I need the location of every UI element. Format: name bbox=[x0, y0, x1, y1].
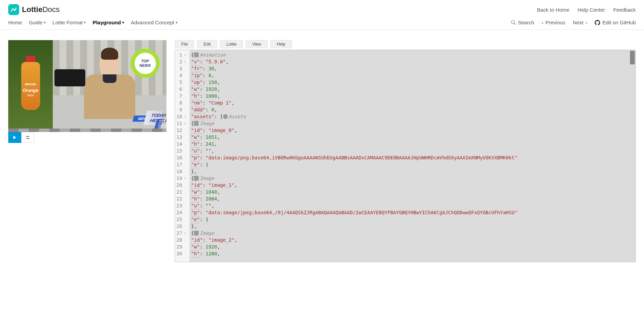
line-number: 26 bbox=[176, 223, 186, 230]
menu-file[interactable]: File bbox=[175, 40, 194, 48]
nav-item-label: Advanced Concept bbox=[131, 20, 174, 25]
line-number: 29 bbox=[176, 243, 186, 250]
nav-advanced-concept[interactable]: Advanced Concept▾ bbox=[131, 20, 177, 25]
fold-icon[interactable]: v bbox=[183, 120, 186, 127]
line-number: 17 bbox=[176, 161, 186, 168]
back-to-home-link[interactable]: Back to Home bbox=[537, 7, 569, 13]
chevron-right-icon: › bbox=[585, 20, 587, 25]
menu-view[interactable]: View bbox=[246, 40, 268, 48]
line-number: 8 bbox=[176, 99, 186, 106]
play-icon bbox=[13, 135, 17, 140]
line-number: 15 bbox=[176, 147, 186, 154]
code-editor[interactable]: 1v2v345678910v11v1213141516171819v202122… bbox=[175, 50, 636, 262]
nav-home[interactable]: Home bbox=[8, 20, 22, 25]
scrollbar-vertical[interactable] bbox=[630, 51, 635, 64]
previous-button[interactable]: ‹ Previous bbox=[542, 20, 565, 25]
svg-point-0 bbox=[511, 21, 515, 24]
caret-down-icon: ▾ bbox=[44, 21, 46, 24]
fold-icon[interactable]: v bbox=[183, 230, 186, 237]
line-number: 14 bbox=[176, 141, 186, 147]
nav-playground[interactable]: Playground▾ bbox=[92, 20, 124, 25]
fold-icon[interactable]: v bbox=[183, 51, 186, 58]
feedback-link[interactable]: Feedback bbox=[613, 7, 636, 13]
svg-point-3 bbox=[27, 136, 28, 137]
fold-icon[interactable]: v bbox=[183, 175, 186, 182]
line-number: 24 bbox=[176, 209, 186, 216]
line-number: 11v bbox=[176, 120, 186, 127]
search-label: Search bbox=[518, 20, 534, 25]
search-icon bbox=[511, 20, 516, 25]
search-button[interactable]: Search bbox=[511, 20, 534, 25]
animation-preview[interactable]: BRAND Orange Juice TOP NEWS bbox=[8, 40, 166, 132]
svg-line-1 bbox=[514, 23, 516, 25]
menu-edit[interactable]: Edit bbox=[197, 40, 217, 48]
line-number: 6 bbox=[176, 86, 186, 93]
nav-item-label: Home bbox=[8, 20, 22, 25]
line-number: 19v bbox=[176, 175, 186, 182]
nav-item-label: Guide bbox=[29, 20, 42, 25]
line-number: 13 bbox=[176, 134, 186, 141]
line-number: 21 bbox=[176, 189, 186, 195]
line-number: 23 bbox=[176, 202, 186, 209]
github-icon bbox=[595, 20, 600, 25]
line-number: 25 bbox=[176, 216, 186, 223]
logo-icon bbox=[8, 4, 19, 15]
line-number: 20 bbox=[176, 182, 186, 189]
edit-github-label: Edit on GitHub bbox=[602, 20, 636, 25]
fold-icon[interactable]: v bbox=[183, 113, 186, 120]
line-number: 4 bbox=[176, 72, 186, 79]
line-number: 5 bbox=[176, 79, 186, 86]
main-nav: HomeGuide▾Lottie Format▾Playground▾Advan… bbox=[8, 20, 177, 25]
line-number: 16 bbox=[176, 154, 186, 161]
line-number: 30 bbox=[176, 250, 186, 257]
caret-down-icon: ▾ bbox=[84, 21, 86, 24]
next-label: Next bbox=[573, 20, 584, 25]
line-number: 27v bbox=[176, 230, 186, 237]
edit-on-github-button[interactable]: Edit on GitHub bbox=[595, 20, 636, 25]
bottle-sub: Juice bbox=[21, 94, 40, 97]
line-number: 3 bbox=[176, 65, 186, 72]
line-number: 18 bbox=[176, 168, 186, 175]
line-number: 28 bbox=[176, 237, 186, 243]
line-number: 2v bbox=[176, 58, 186, 65]
sliders-icon bbox=[25, 135, 30, 140]
line-number: 9 bbox=[176, 106, 186, 113]
settings-button[interactable] bbox=[21, 132, 34, 143]
next-button[interactable]: Next › bbox=[573, 20, 587, 25]
nav-item-label: Lottie Format bbox=[52, 20, 83, 25]
svg-point-5 bbox=[28, 138, 29, 139]
line-number: 10v bbox=[176, 113, 186, 120]
nav-lottie-format[interactable]: Lottie Format▾ bbox=[52, 20, 86, 25]
line-number: 7 bbox=[176, 93, 186, 99]
logo[interactable]: LottieDocs bbox=[8, 4, 60, 15]
caret-down-icon: ▾ bbox=[122, 21, 124, 24]
play-button[interactable] bbox=[8, 132, 21, 143]
top-news-badge: TOP NEWS bbox=[131, 49, 160, 78]
bottle-name: Orange bbox=[21, 88, 40, 93]
menu-help[interactable]: Help bbox=[270, 40, 292, 48]
bottle-brand: BRAND bbox=[21, 83, 40, 86]
caret-down-icon: ▾ bbox=[176, 21, 177, 24]
fold-icon[interactable]: v bbox=[183, 58, 186, 65]
nav-item-label: Playground bbox=[92, 20, 121, 25]
menu-lottie[interactable]: Lottie bbox=[220, 40, 243, 48]
line-number: 22 bbox=[176, 195, 186, 202]
help-center-link[interactable]: Help Center bbox=[578, 7, 605, 13]
nav-guide[interactable]: Guide▾ bbox=[29, 20, 46, 25]
logo-text: LottieDocs bbox=[22, 5, 60, 14]
line-number: 1v bbox=[176, 51, 186, 58]
line-number: 12 bbox=[176, 127, 186, 134]
previous-label: Previous bbox=[545, 20, 565, 25]
chevron-left-icon: ‹ bbox=[542, 20, 543, 25]
